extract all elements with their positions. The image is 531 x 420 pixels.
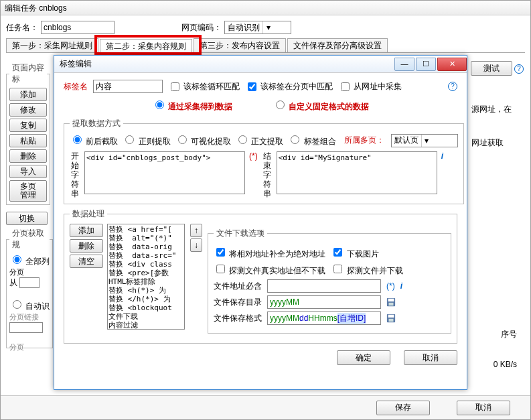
chk-probe-dl[interactable] (333, 265, 342, 273)
radio-all-label[interactable]: 全部列 (9, 257, 50, 266)
from-label: 从 (9, 278, 17, 287)
radio-collect-label[interactable]: 通过采集得到数据 (152, 98, 232, 113)
chk-url[interactable] (341, 82, 350, 91)
chk-loop-label[interactable]: 该标签循环匹配 (183, 81, 240, 92)
chevron-down-icon[interactable]: ▾ (262, 21, 273, 33)
chk-abs[interactable] (216, 248, 225, 257)
minimize-icon[interactable]: — (394, 58, 414, 71)
extract-legend: 提取数据方式 (70, 118, 123, 129)
chk-page-label[interactable]: 该标签在分页中匹配 (260, 81, 333, 92)
ffmt-input[interactable]: yyyyMMddHHmms[自增ID] (267, 311, 381, 325)
dp-legend: 数据处理 (70, 208, 107, 220)
radio-custom[interactable] (276, 100, 285, 109)
tab-advanced[interactable]: 文件保存及部分高级设置 (287, 38, 388, 52)
chk-loop[interactable] (171, 82, 179, 91)
chevron-down-icon[interactable]: ▾ (421, 135, 432, 147)
main-footer: 保存 取消 (1, 395, 530, 419)
ffmt-label: 文件保存格式 (214, 313, 262, 324)
btn-switch[interactable]: 切换 (6, 212, 48, 225)
info-icon[interactable]: i (400, 281, 402, 291)
end-textarea[interactable]: <div id="MySignature" (277, 151, 437, 194)
dp-listbox[interactable]: 替换 <a href="[ 替换 alt="(*)" 替换 data-orig … (107, 224, 185, 330)
dl-legend: 文件下载选项 (214, 228, 267, 239)
radio-custom-label[interactable]: 自定义固定格式的数据 (273, 98, 369, 113)
fdir-input[interactable]: yyyyMM (267, 295, 381, 309)
from-input[interactable] (19, 277, 40, 288)
radio-trim[interactable] (73, 135, 82, 144)
main-title: 编辑任务 cnblogs (5, 3, 67, 13)
radio-all[interactable] (13, 255, 21, 264)
fmust-input[interactable] (267, 279, 381, 293)
dp-del[interactable]: 删除 (70, 239, 103, 253)
belong-value: 默认页 (392, 135, 421, 146)
star-icon: (*) (249, 151, 258, 161)
encoding-label: 网页编码： (181, 22, 222, 33)
fdir-label: 文件保存目录 (214, 297, 262, 308)
tab-step2[interactable]: 第二步：采集内容规则 (100, 39, 192, 53)
start-textarea[interactable]: <div id="cnblogs_post_body"> (84, 151, 245, 194)
start-caption: 开始字符串 (70, 151, 80, 198)
disk-icon[interactable] (386, 313, 396, 323)
download-fieldset: 文件下载选项 将相对地址补全为绝对地址 下载图片 探测文件真实地址但不下载 探测… (208, 228, 451, 334)
arrow-up-icon[interactable]: ↑ (190, 224, 202, 237)
radio-visual[interactable] (178, 135, 187, 144)
paging-label: 分页 (9, 268, 24, 276)
fmust-label: 文件地址必含 (214, 281, 262, 292)
radio-auto-label[interactable]: 自动识 (9, 301, 50, 311)
end-caption: 结束字符串 (262, 151, 273, 198)
chk-url-label[interactable]: 从网址中采集 (354, 81, 402, 92)
info-icon[interactable]: i (441, 151, 443, 161)
modal-title: 标签编辑 (60, 58, 92, 70)
ok-button[interactable]: 确定 (337, 350, 390, 365)
radio-regex[interactable] (125, 135, 134, 144)
paging-link-label: 分页链接 (9, 313, 39, 321)
tab-step1[interactable]: 第一步：采集网址规则 (6, 38, 98, 52)
arrow-down-icon[interactable]: ↓ (190, 238, 202, 252)
svg-rect-2 (389, 303, 394, 305)
btn-paste[interactable]: 粘贴 (9, 134, 47, 147)
modal-title-bar: 标签编辑 — ☐ ✕ (54, 56, 467, 73)
help-icon[interactable]: ? (514, 64, 524, 74)
btn-delete[interactable]: 删除 (9, 149, 47, 163)
tab-step3[interactable]: 第三步：发布内容设置 (194, 38, 286, 52)
seq-label: 序号 (501, 329, 517, 340)
modal-cancel-button[interactable]: 取消 (404, 350, 457, 365)
chk-probe[interactable] (216, 265, 225, 273)
btn-import[interactable]: 导入 (9, 165, 47, 178)
chk-img[interactable] (333, 248, 342, 257)
radio-body[interactable] (238, 135, 247, 144)
btn-edit[interactable]: 修改 (9, 103, 47, 117)
disk-icon[interactable] (386, 297, 396, 307)
belong-select[interactable]: 默认页 ▾ (391, 134, 458, 147)
help-icon[interactable]: ? (448, 82, 457, 91)
maximize-icon[interactable]: ☐ (416, 58, 436, 71)
step-tabs: 第一步：采集网址规则 第二步：采集内容规则 第三步：发布内容设置 文件保存及部分… (6, 38, 525, 53)
dp-add[interactable]: 添加 (70, 224, 103, 237)
panel2-legend: 分页获取规 (9, 228, 50, 251)
info-text1: 源网址，在 (471, 104, 524, 115)
radio-combo[interactable] (291, 135, 299, 144)
svg-rect-4 (388, 315, 394, 318)
task-name-input[interactable] (41, 21, 115, 34)
chk-page[interactable] (248, 82, 256, 91)
svg-rect-1 (388, 299, 394, 301)
label-name-input[interactable] (93, 80, 163, 93)
btn-add[interactable]: 添加 (9, 88, 47, 101)
main-save-button[interactable]: 保存 (376, 401, 430, 415)
task-name-label: 任务名： (6, 22, 38, 33)
star-link[interactable]: (*) (386, 281, 395, 291)
radio-collect[interactable] (155, 100, 164, 109)
close-icon[interactable]: ✕ (437, 58, 467, 71)
radio-auto[interactable] (13, 300, 21, 309)
speed-label: 0 KB/s (494, 360, 517, 369)
panel1-legend: 页面内容标 (9, 62, 47, 85)
dp-clear[interactable]: 清空 (70, 255, 103, 268)
extract-fieldset: 提取数据方式 前后截取 正则提取 可视化提取 正文提取 标签组合 所属多页： 默… (64, 118, 464, 204)
test-button[interactable]: 测试 (471, 61, 512, 76)
main-cancel-button[interactable]: 取消 (457, 401, 510, 415)
paging-link-box (9, 322, 43, 333)
encoding-select[interactable]: 自动识别 ▾ (224, 21, 291, 34)
btn-multi[interactable]: 多页管理 (9, 180, 47, 202)
btn-copy[interactable]: 复制 (9, 119, 47, 132)
data-process-fieldset: 数据处理 添加 删除 清空 替换 <a href="[ 替换 alt="(*)"… (64, 208, 457, 344)
